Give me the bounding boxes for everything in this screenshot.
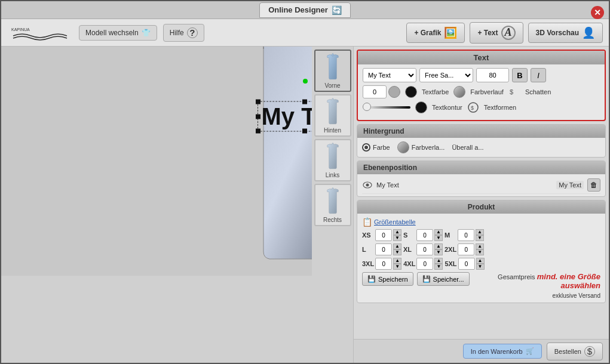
handle-tl[interactable]	[256, 100, 260, 104]
add-text-button[interactable]: + Text A	[470, 22, 523, 44]
help-icon: ?	[187, 27, 198, 38]
size-m-up[interactable]: ▲	[476, 229, 484, 235]
logo: KAPINUA	[7, 21, 73, 44]
size-s-down[interactable]: ▼	[434, 235, 443, 241]
size-l-up[interactable]: ▲	[393, 243, 401, 249]
hintergrund-body: Farbe Farbverla... Überall a...	[357, 138, 605, 157]
size-4xl-down[interactable]: ▼	[434, 264, 443, 270]
svg-text:$: $	[510, 88, 513, 95]
size-3xl-up[interactable]: ▲	[393, 258, 401, 264]
size-l-input[interactable]	[375, 243, 392, 255]
add-graphic-button[interactable]: + Grafik 🖼️	[406, 23, 465, 43]
size-5xl-input[interactable]	[458, 258, 475, 270]
farbverlauf-label[interactable]: Farbverlauf	[470, 88, 504, 95]
shadow-icon[interactable]: $	[508, 86, 520, 98]
size-m-stepper: ▲ ▼	[476, 229, 484, 241]
textfarbe-label[interactable]: Textfarbe	[422, 88, 449, 95]
schatten-label[interactable]: Schatten	[525, 88, 551, 95]
gradient-circle[interactable]	[453, 86, 465, 98]
size-xl-stepper: ▲ ▼	[434, 243, 443, 255]
text-slider[interactable]	[363, 106, 410, 109]
text-select[interactable]: My Text	[363, 68, 416, 82]
size-s-input[interactable]	[416, 229, 433, 241]
eye-icon[interactable]	[362, 181, 373, 189]
handle-bm[interactable]	[303, 129, 308, 134]
3d-icon: 👤	[582, 26, 595, 39]
size-xs: XS ▲ ▼	[362, 229, 401, 241]
handle-ml[interactable]	[256, 114, 260, 119]
farbe-radio[interactable]	[362, 143, 370, 152]
hintergrund-section: Hintergrund Farbe Farbverla... Überall a…	[357, 124, 606, 158]
preview-3d-button[interactable]: 3D Vorschau 👤	[528, 23, 603, 43]
text-panel-body: My Text Free Sa... B I Textf	[358, 64, 605, 120]
size-4xl: 4XL ▲ ▼	[403, 258, 443, 270]
size-xs-input[interactable]	[375, 229, 392, 241]
farbverlauf-bg-label[interactable]: Farbverla...	[412, 144, 445, 151]
font-size-input[interactable]	[476, 68, 509, 82]
size-2xl-input[interactable]	[458, 243, 474, 255]
text-color-circle[interactable]	[405, 86, 417, 98]
order-button[interactable]: Bestellen $	[547, 343, 603, 360]
view-thumb-hinten[interactable]: Hinten	[314, 94, 351, 137]
size-3xl: 3XL ▲ ▼	[362, 258, 401, 270]
size-5xl: 5XL ▲ ▼	[445, 258, 484, 270]
rotation-handle[interactable]	[303, 79, 308, 84]
handle-bl[interactable]	[256, 129, 260, 134]
farbe-option[interactable]: Farbe	[362, 143, 390, 152]
textkontur-label[interactable]: Textkontur	[432, 104, 462, 111]
textformen-label[interactable]: Textformen	[484, 104, 516, 111]
farbverlauf-gradient[interactable]	[397, 141, 409, 153]
farbe-label[interactable]: Farbe	[373, 144, 390, 151]
farbverlauf-option[interactable]: Farbverla...	[397, 141, 445, 153]
delete-layer-button[interactable]: 🗑	[587, 178, 600, 192]
size-l-down[interactable]: ▼	[393, 249, 401, 255]
help-button[interactable]: Hilfe ?	[163, 24, 204, 42]
online-designer-tab[interactable]: Online Designer 🔄	[259, 2, 351, 18]
save-button[interactable]: 💾 Speichern	[362, 272, 413, 286]
size-xl-down[interactable]: ▼	[434, 249, 443, 255]
bold-button[interactable]: B	[512, 68, 528, 82]
italic-button[interactable]: I	[531, 68, 546, 82]
size-4xl-input[interactable]	[416, 258, 433, 270]
view-thumb-links[interactable]: Links	[314, 139, 351, 181]
size-m-input[interactable]	[458, 229, 474, 241]
size-4xl-up[interactable]: ▲	[434, 258, 443, 264]
size-s-up[interactable]: ▲	[434, 229, 443, 235]
ebenen-text-label[interactable]: My Text	[556, 181, 584, 189]
size-xs-down[interactable]: ▼	[393, 235, 401, 241]
ueberall-label[interactable]: Überall a...	[452, 144, 483, 151]
close-button[interactable]: ✕	[591, 6, 604, 19]
size-3xl-down[interactable]: ▼	[393, 264, 401, 270]
font-select[interactable]: Free Sa...	[419, 68, 473, 82]
size-2xl-stepper: ▲ ▼	[476, 243, 484, 255]
save-btn-row: 💾 Speichern 💾 Speicher...	[362, 272, 470, 286]
outline-circle[interactable]	[415, 101, 427, 113]
view-thumbnails: Vorne Hinten	[312, 47, 354, 363]
size-2xl-up[interactable]: ▲	[476, 243, 484, 249]
hintergrund-header[interactable]: Hintergrund	[357, 125, 605, 138]
size-xs-up[interactable]: ▲	[393, 229, 401, 235]
save-short-button[interactable]: 💾 Speicher...	[417, 272, 470, 286]
ueberall-option[interactable]: Überall a...	[452, 144, 483, 151]
dial-icon[interactable]	[388, 86, 400, 98]
size-2xl-down[interactable]: ▼	[476, 249, 484, 255]
textformen-icon[interactable]: $	[467, 101, 479, 113]
groessntabelle-link[interactable]: Größentabelle	[374, 218, 416, 226]
ebenen-row: My Text My Text 🗑	[362, 177, 600, 194]
total-price: Gesamtpreis mind. eine Größe auswählen	[476, 272, 600, 290]
handle-tm[interactable]	[303, 100, 308, 104]
view-thumb-rechts[interactable]: Rechts	[314, 184, 351, 226]
model-switch-button[interactable]: Modell wechseln 👕	[79, 25, 157, 41]
svg-point-7	[366, 184, 369, 187]
view-thumb-vorne[interactable]: Vorne	[314, 50, 351, 92]
size-5xl-up[interactable]: ▲	[476, 258, 485, 264]
degree-input[interactable]	[363, 85, 387, 98]
bottom-bar: In den Warenkorb 🛒 Bestellen $	[354, 339, 609, 363]
size-3xl-input[interactable]	[375, 258, 392, 270]
size-xl-up[interactable]: ▲	[434, 243, 443, 249]
slider-thumb[interactable]	[363, 103, 371, 111]
cart-button[interactable]: In den Warenkorb 🛒	[463, 344, 542, 359]
size-m-down[interactable]: ▼	[476, 235, 484, 241]
size-5xl-down[interactable]: ▼	[476, 264, 485, 270]
size-xl-input[interactable]	[416, 243, 433, 255]
